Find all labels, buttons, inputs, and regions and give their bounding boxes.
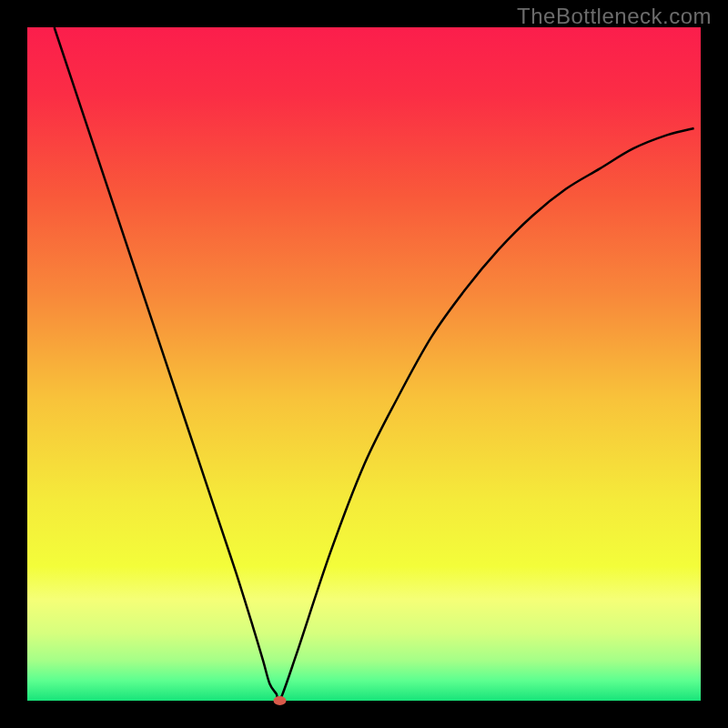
watermark-text: TheBottleneck.com — [517, 4, 712, 29]
optimal-point-marker — [274, 696, 287, 705]
plot-background — [27, 27, 701, 701]
chart-frame: TheBottleneck.com — [0, 0, 728, 728]
bottleneck-chart — [0, 0, 728, 728]
